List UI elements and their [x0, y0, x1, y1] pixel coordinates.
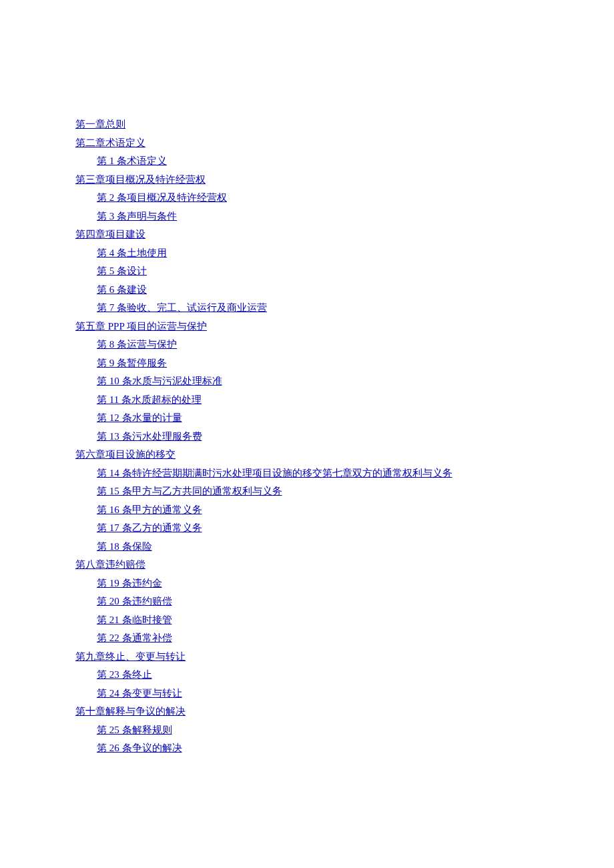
section-link[interactable]: 第 9 条暂停服务 — [97, 358, 167, 368]
section-link[interactable]: 第 4 条土地使用 — [97, 248, 167, 258]
chapter-link[interactable]: 第四章项目建设 — [75, 229, 145, 240]
section-link[interactable]: 第 16 条甲方的通常义务 — [97, 504, 202, 515]
toc-entry: 第 8 条运营与保护 — [97, 336, 539, 354]
chapter-link[interactable]: 第十章解释与争议的解决 — [75, 706, 186, 717]
toc-entry: 第 18 条保险 — [97, 538, 539, 556]
section-link[interactable]: 第 25 条解释规则 — [97, 725, 172, 735]
section-link[interactable]: 第 14 条特许经营期期满时污水处理项目设施的移交 — [97, 468, 322, 478]
section-link[interactable]: 第 7 条验收、完工、试运行及商业运营 — [97, 302, 267, 313]
toc-entry: 第四章项目建设 — [75, 226, 539, 244]
chapter-link[interactable]: 第七章双方的通常权利与义务 — [322, 468, 452, 478]
section-link[interactable]: 第 8 条运营与保护 — [97, 339, 177, 350]
section-link[interactable]: 第 23 条终止 — [97, 669, 152, 680]
toc-entry: 第 7 条验收、完工、试运行及商业运营 — [97, 299, 539, 318]
section-link[interactable]: 第 6 条建设 — [97, 284, 147, 295]
section-link[interactable]: 第 11 条水质超标的处理 — [97, 394, 202, 405]
toc-entry: 第六章项目设施的移交 — [75, 446, 539, 464]
section-link[interactable]: 第 26 条争议的解决 — [97, 743, 182, 753]
toc-entry: 第 13 条污水处理服务费 — [97, 428, 539, 446]
section-link[interactable]: 第 3 条声明与条件 — [97, 211, 177, 222]
toc-entry: 第 3 条声明与条件 — [97, 207, 539, 226]
toc-entry: 第 12 条水量的计量 — [97, 409, 539, 428]
section-link[interactable]: 第 15 条甲方与乙方共同的通常权利与义务 — [97, 486, 282, 496]
toc-entry: 第 22 条通常补偿 — [97, 629, 539, 648]
section-link[interactable]: 第 21 条临时接管 — [97, 614, 172, 625]
chapter-link[interactable]: 第六章项目设施的移交 — [75, 449, 176, 460]
toc-entry: 第八章违约赔偿 — [75, 556, 539, 574]
section-link[interactable]: 第 13 条污水处理服务费 — [97, 431, 202, 442]
toc-entry: 第 19 条违约金 — [97, 574, 539, 593]
toc-entry: 第二章术语定义 — [75, 134, 539, 153]
section-link[interactable]: 第 24 条变更与转让 — [97, 688, 182, 699]
toc-entry: 第五章 PPP 项目的运营与保护 — [75, 318, 539, 336]
section-link[interactable]: 第 19 条违约金 — [97, 578, 162, 588]
toc-entry: 第 26 条争议的解决 — [97, 739, 539, 758]
toc-entry: 第十章解释与争议的解决 — [75, 703, 539, 721]
toc-entry: 第 2 条项目概况及特许经营权 — [97, 189, 539, 207]
toc-entry: 第九章终止、变更与转让 — [75, 648, 539, 667]
chapter-link[interactable]: 第五章 PPP 项目的运营与保护 — [75, 321, 207, 332]
section-link[interactable]: 第 2 条项目概况及特许经营权 — [97, 192, 227, 203]
section-link[interactable]: 第 20 条违约赔偿 — [97, 596, 172, 606]
section-link[interactable]: 第 1 条术语定义 — [97, 155, 167, 166]
chapter-link[interactable]: 第三章项目概况及特许经营权 — [75, 174, 206, 185]
toc-entry: 第 6 条建设 — [97, 281, 539, 300]
section-link[interactable]: 第 18 条保险 — [97, 541, 152, 552]
toc-entry: 第 25 条解释规则 — [97, 721, 539, 740]
toc-entry: 第一章总则 — [75, 115, 539, 134]
toc-entry: 第三章项目概况及特许经营权 — [75, 171, 539, 189]
toc-entry: 第 15 条甲方与乙方共同的通常权利与义务 — [97, 482, 539, 501]
section-link[interactable]: 第 10 条水质与污泥处理标准 — [97, 376, 222, 386]
chapter-link[interactable]: 第八章违约赔偿 — [75, 559, 145, 570]
toc-entry: 第 17 条乙方的通常义务 — [97, 519, 539, 538]
toc-entry: 第 11 条水质超标的处理 — [97, 391, 539, 410]
section-link[interactable]: 第 22 条通常补偿 — [97, 632, 172, 643]
toc-entry: 第 10 条水质与污泥处理标准 — [97, 372, 539, 391]
section-link[interactable]: 第 12 条水量的计量 — [97, 412, 182, 423]
toc-entry: 第 9 条暂停服务 — [97, 354, 539, 373]
toc-entry: 第 24 条变更与转让 — [97, 685, 539, 703]
chapter-link[interactable]: 第二章术语定义 — [75, 137, 145, 148]
toc-entry: 第 4 条土地使用 — [97, 244, 539, 263]
section-link[interactable]: 第 17 条乙方的通常义务 — [97, 522, 202, 533]
toc-entry: 第 21 条临时接管 — [97, 611, 539, 630]
toc-entry: 第 16 条甲方的通常义务 — [97, 501, 539, 520]
chapter-link[interactable]: 第一章总则 — [75, 119, 125, 129]
section-link[interactable]: 第 5 条设计 — [97, 266, 147, 276]
toc-entry: 第 23 条终止 — [97, 666, 539, 685]
toc-entry: 第 5 条设计 — [97, 262, 539, 281]
toc-entry: 第 20 条违约赔偿 — [97, 592, 539, 611]
toc-entry: 第 1 条术语定义 — [97, 152, 539, 171]
chapter-link[interactable]: 第九章终止、变更与转让 — [75, 651, 186, 662]
toc-entry: 第 14 条特许经营期期满时污水处理项目设施的移交第七章双方的通常权利与义务 — [97, 464, 539, 483]
table-of-contents: 第一章总则第二章术语定义第 1 条术语定义第三章项目概况及特许经营权第 2 条项… — [75, 115, 539, 758]
